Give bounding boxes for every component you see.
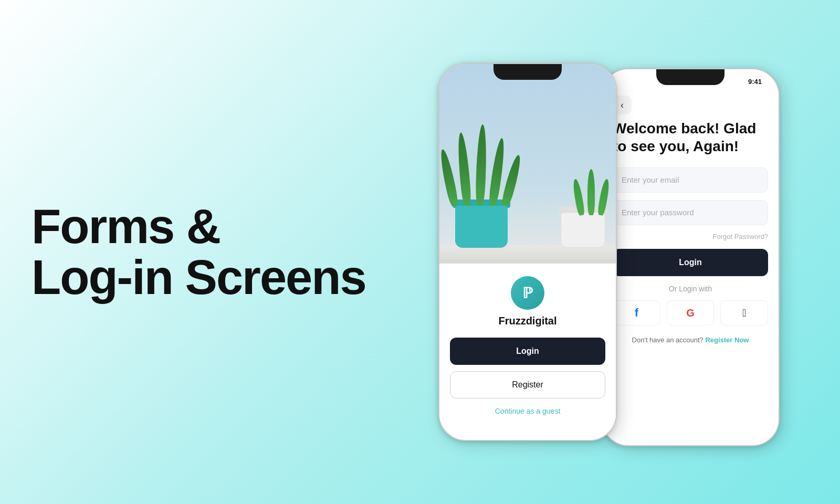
phone-1-bottom: ℙ Fruzzdigital Login Register Continue a…	[439, 264, 616, 440]
hero-title: Forms & Log-in Screens	[32, 201, 366, 302]
facebook-icon: f	[635, 306, 638, 320]
phone1-login-button[interactable]: Login	[450, 338, 605, 365]
leaf-5	[500, 154, 523, 207]
status-bar: 9:41	[741, 74, 769, 86]
small-leaf-3	[597, 178, 611, 216]
phone-1: ℙ Fruzzdigital Login Register Continue a…	[438, 63, 617, 441]
apple-login-button[interactable]: 	[720, 300, 768, 326]
guest-link[interactable]: Continue as a guest	[495, 407, 561, 415]
app-logo: ℙ	[511, 276, 544, 310]
snake-plant	[450, 124, 510, 206]
phone-1-image	[439, 64, 616, 264]
teal-pot	[455, 201, 508, 248]
status-time: 9:41	[748, 78, 762, 86]
register-row: Don't have an account? Register Now	[602, 336, 779, 344]
phone-2: 9:41 ‹ Welcome back! Glad to see you, Ag…	[601, 68, 780, 446]
or-divider: Or Login with	[602, 285, 779, 293]
email-field[interactable]: Enter your email	[613, 167, 768, 193]
hero-section: Forms & Log-in Screens	[32, 201, 366, 302]
apple-icon: 	[742, 307, 746, 319]
leaf-1	[439, 149, 459, 207]
leaf-2	[456, 132, 472, 206]
forgot-row: Forgot Password?	[602, 233, 779, 249]
password-placeholder: Enter your password	[622, 208, 694, 217]
password-field[interactable]: Enter your password	[613, 200, 768, 225]
teal-pot-body	[455, 206, 508, 248]
social-buttons: f G 	[602, 300, 779, 326]
back-arrow-icon: ‹	[621, 100, 624, 111]
email-placeholder: Enter your email	[622, 175, 679, 184]
phones-area: ℙ Fruzzdigital Login Register Continue a…	[378, 0, 840, 504]
phone1-register-button[interactable]: Register	[450, 371, 605, 398]
welcome-title: Welcome back! Glad to see you, Again!	[602, 120, 779, 167]
small-leaf-2	[587, 169, 595, 215]
table-surface	[439, 245, 616, 264]
app-logo-symbol: ℙ	[522, 285, 533, 302]
leaf-3	[475, 124, 487, 206]
phone2-login-button[interactable]: Login	[613, 249, 768, 276]
app-name: Fruzzdigital	[498, 315, 556, 327]
phone-1-notch	[494, 64, 562, 80]
google-login-button[interactable]: G	[667, 300, 715, 326]
forgot-password-link[interactable]: Forgot Password?	[713, 233, 769, 240]
small-plant	[578, 169, 604, 215]
white-pot-body	[561, 212, 605, 248]
phone-2-notch	[656, 69, 724, 85]
register-text: Don't have an account?	[632, 336, 704, 344]
facebook-login-button[interactable]: f	[613, 300, 660, 326]
google-icon: G	[686, 307, 695, 319]
register-now-link[interactable]: Register Now	[705, 336, 749, 344]
